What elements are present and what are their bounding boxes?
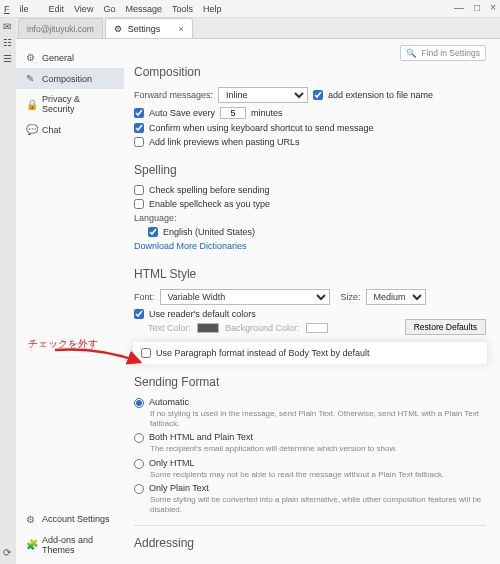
lang-en-checkbox[interactable] [148,227,158,237]
sidebar-label: Add-ons and Themes [42,535,114,555]
autosave-label-a: Auto Save every [149,108,215,118]
bg-color-label: Background Color: [225,323,300,333]
menubar: File Edit View Go Message Tools Help [0,0,500,18]
sidebar-label: Account Settings [42,514,110,524]
sending-auto-desc: If no styling is used in the message, se… [150,409,486,428]
tab-settings[interactable]: ⚙ Settings × [105,18,193,38]
autosave-value[interactable] [220,107,246,119]
sidebar-item-account[interactable]: ⚙ Account Settings [16,509,124,530]
tab-inbox-label: info@jituyuki.com [27,24,94,34]
sending-auto-label: Automatic [149,397,189,407]
sidebar-item-chat[interactable]: 💬 Chat [16,119,124,140]
menu-tools[interactable]: Tools [172,4,193,14]
sidebar-label: Chat [42,125,61,135]
sending-html-radio[interactable] [134,459,144,469]
pencil-icon: ✎ [26,73,36,84]
lang-en-label: English (United States) [163,227,255,237]
tab-bar: info@jituyuki.com ⚙ Settings × [16,18,500,39]
sending-both-radio[interactable] [134,433,144,443]
gear-icon: ⚙ [114,24,122,34]
sending-plain-label: Only Plain Text [149,483,209,493]
search-input[interactable]: 🔍 Find in Settings [400,45,486,61]
forward-select[interactable]: Inline [218,87,308,103]
sync-icon[interactable]: ⟳ [3,548,13,558]
forward-label: Forward messages: [134,90,213,100]
address-icon[interactable]: ☷ [3,38,13,48]
link-preview-label: Add link previews when pasting URLs [149,137,300,147]
restore-defaults-button[interactable]: Restore Defaults [405,319,486,335]
paragraph-label: Use Paragraph format instead of Body Tex… [156,348,369,358]
divider [134,525,486,526]
font-label: Font: [134,292,155,302]
sending-html-desc: Some recipients may not be able to read … [150,470,486,480]
section-sending: Sending Format [134,375,486,389]
menu-help[interactable]: Help [203,4,222,14]
tab-settings-label: Settings [128,24,161,34]
size-select[interactable]: Medium [366,289,426,305]
spell-type-label: Enable spellcheck as you type [149,199,270,209]
section-spelling: Spelling [134,163,486,177]
sending-both-label: Both HTML and Plain Text [149,432,253,442]
confirm-shortcut-checkbox[interactable] [134,123,144,133]
spell-type-checkbox[interactable] [134,199,144,209]
close-tab-button[interactable]: × [178,24,183,34]
use-colors-checkbox[interactable] [134,309,144,319]
section-composition: Composition [134,65,486,79]
menu-message[interactable]: Message [125,4,162,14]
menu-file[interactable]: File [4,4,39,14]
minimize-button[interactable]: — [454,2,464,13]
gear-icon: ⚙ [26,52,36,63]
left-rail: ✉ ☷ ☰ ⟳ [0,18,16,564]
settings-sidebar: ⚙ General ✎ Composition 🔒 Privacy & Secu… [16,39,124,564]
account-icon: ⚙ [26,514,36,525]
sending-plain-radio[interactable] [134,484,144,494]
settings-panel: 🔍 Find in Settings Composition Forward m… [124,39,500,564]
autosave-checkbox[interactable] [134,108,144,118]
text-color-label: Text Color: [148,323,191,333]
bg-color-swatch[interactable] [306,323,328,333]
sidebar-item-general[interactable]: ⚙ General [16,47,124,68]
confirm-shortcut-label: Confirm when using keyboard shortcut to … [149,123,374,133]
sidebar-item-addons[interactable]: 🧩 Add-ons and Themes [16,530,124,560]
font-select[interactable]: Variable Width [160,289,330,305]
sidebar-label: Composition [42,74,92,84]
lock-icon: 🔒 [26,99,36,110]
chat-icon[interactable]: ☰ [3,54,13,64]
sending-auto-radio[interactable] [134,398,144,408]
section-html: HTML Style [134,267,486,281]
size-label: Size: [341,292,361,302]
language-label: Language: [134,213,486,223]
sidebar-label: Privacy & Security [42,94,114,114]
chat-icon: 💬 [26,124,36,135]
paragraph-highlight: Use Paragraph format instead of Body Tex… [132,341,488,365]
add-ext-checkbox[interactable] [313,90,323,100]
paragraph-checkbox[interactable] [141,348,151,358]
sending-html-label: Only HTML [149,458,195,468]
add-ext-label: add extension to file name [328,90,433,100]
search-icon: 🔍 [406,48,417,58]
sending-both-desc: The recipient's email application will d… [150,444,486,454]
menu-view[interactable]: View [74,4,93,14]
window-controls: — □ × [454,2,496,13]
text-color-swatch[interactable] [197,323,219,333]
autosave-label-b: minutes [251,108,283,118]
sidebar-item-privacy[interactable]: 🔒 Privacy & Security [16,89,124,119]
download-dict-link[interactable]: Download More Dictionaries [134,241,486,251]
spell-before-label: Check spelling before sending [149,185,270,195]
section-addressing: Addressing [134,536,486,550]
mail-icon[interactable]: ✉ [3,22,13,32]
sidebar-item-composition[interactable]: ✎ Composition [16,68,124,89]
sending-plain-desc: Some styling will be converted into a pl… [150,495,486,514]
close-button[interactable]: × [490,2,496,13]
maximize-button[interactable]: □ [474,2,480,13]
tab-inbox[interactable]: info@jituyuki.com [18,18,103,38]
menu-go[interactable]: Go [103,4,115,14]
use-colors-label: Use reader's default colors [149,309,256,319]
menu-edit[interactable]: Edit [49,4,65,14]
sidebar-label: General [42,53,74,63]
spell-before-checkbox[interactable] [134,185,144,195]
puzzle-icon: 🧩 [26,539,36,550]
search-placeholder: Find in Settings [421,48,480,58]
link-preview-checkbox[interactable] [134,137,144,147]
